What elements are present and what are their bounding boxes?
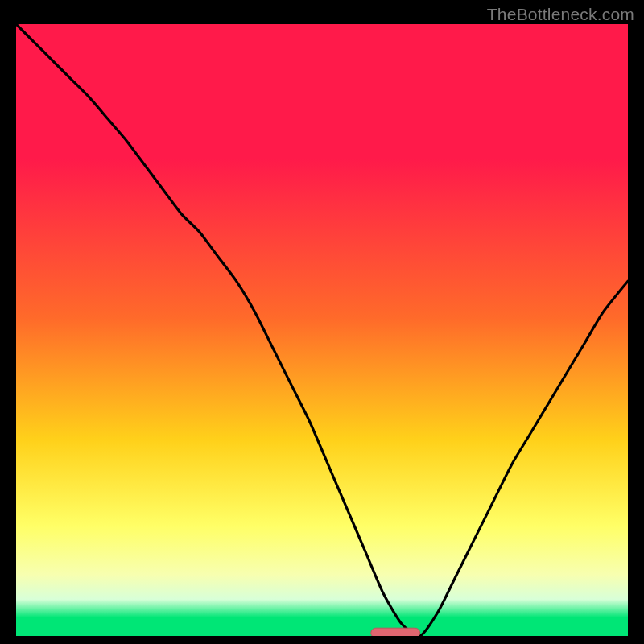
optimal-marker: [371, 628, 420, 636]
chart-svg: [16, 24, 628, 636]
chart-container: TheBottleneck.com: [0, 0, 644, 644]
watermark-text: TheBottleneck.com: [487, 5, 634, 24]
gradient-background: [16, 24, 628, 636]
plot-frame: [16, 24, 628, 636]
